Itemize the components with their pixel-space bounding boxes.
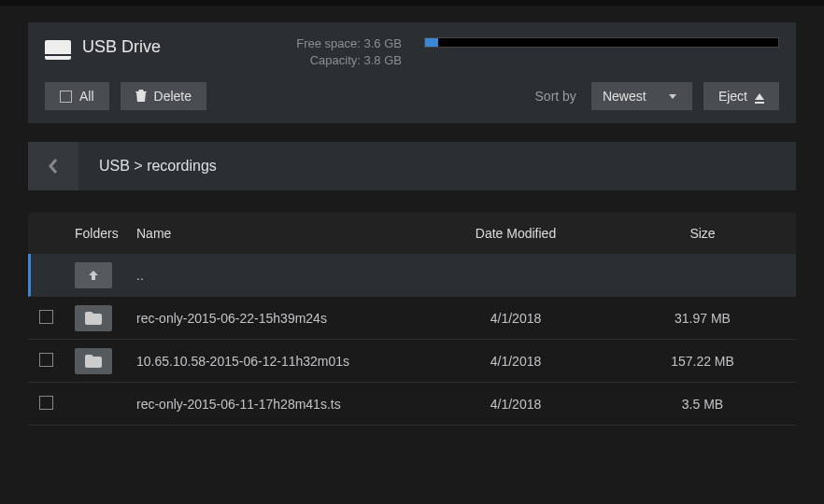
usage-fill [425, 38, 438, 47]
col-date[interactable]: Date Modified [422, 226, 609, 241]
col-name[interactable]: Name [136, 226, 422, 241]
file-date: 4/1/2018 [422, 354, 609, 369]
checkbox-icon [60, 91, 72, 103]
caret-down-icon [669, 94, 676, 99]
drive-icon [45, 37, 71, 60]
file-size: 31.97 MB [609, 311, 796, 326]
sort-selected-value: Newest [603, 89, 646, 104]
row-checkbox[interactable] [39, 396, 53, 410]
breadcrumb-bar: USB > recordings [28, 142, 796, 190]
eject-label: Eject [718, 89, 747, 104]
select-all-button[interactable]: All [45, 82, 109, 110]
file-date: 4/1/2018 [422, 397, 609, 412]
eject-icon [755, 93, 764, 100]
table-row[interactable]: rec-only-2015-06-11-17h28m41s.ts4/1/2018… [28, 383, 796, 426]
select-all-label: All [79, 89, 94, 104]
capacity-label: Capacity: [310, 53, 361, 67]
delete-button[interactable]: Delete [121, 82, 206, 110]
table-row[interactable]: 10.65.10.58-2015-06-12-11h32m01s4/1/2018… [28, 340, 796, 383]
drive-title: USB Drive [82, 37, 161, 57]
free-space-label: Free space: [296, 36, 361, 50]
header-card: USB Drive Free space: 3.6 GB Capacity: 3… [28, 22, 796, 123]
sort-by-label: Sort by [535, 89, 576, 104]
file-size: 3.5 MB [609, 397, 796, 412]
usage-bar [424, 37, 779, 48]
file-name: 10.65.10.58-2015-06-12-11h32m01s [136, 354, 422, 369]
file-name: rec-only-2015-06-22-15h39m24s [136, 311, 422, 326]
parent-row[interactable]: .. [28, 254, 796, 297]
file-size: 157.22 MB [609, 354, 796, 369]
delete-label: Delete [154, 89, 192, 104]
breadcrumb-path: USB > recordings [78, 142, 796, 190]
up-button[interactable] [75, 262, 112, 288]
row-checkbox[interactable] [39, 353, 53, 367]
file-list: Folders Name Date Modified Size .. rec-o… [28, 213, 796, 426]
top-border [0, 0, 824, 6]
col-folders[interactable]: Folders [75, 226, 136, 241]
col-size[interactable]: Size [609, 226, 796, 241]
back-button[interactable] [28, 142, 78, 190]
row-checkbox[interactable] [39, 310, 53, 324]
file-date: 4/1/2018 [422, 311, 609, 326]
trash-icon [135, 90, 147, 103]
capacity-value: 3.8 GB [364, 53, 402, 67]
sort-select[interactable]: Newest [591, 82, 692, 110]
list-header: Folders Name Date Modified Size [28, 213, 796, 254]
parent-name: .. [136, 268, 422, 283]
free-space-value: 3.6 GB [364, 36, 402, 50]
file-name: rec-only-2015-06-11-17h28m41s.ts [136, 397, 422, 412]
eject-button[interactable]: Eject [703, 82, 779, 110]
table-row[interactable]: rec-only-2015-06-22-15h39m24s4/1/201831.… [28, 297, 796, 340]
folder-icon[interactable] [75, 348, 112, 374]
folder-icon[interactable] [75, 305, 112, 331]
space-info: Free space: 3.6 GB Capacity: 3.8 GB [296, 35, 402, 69]
